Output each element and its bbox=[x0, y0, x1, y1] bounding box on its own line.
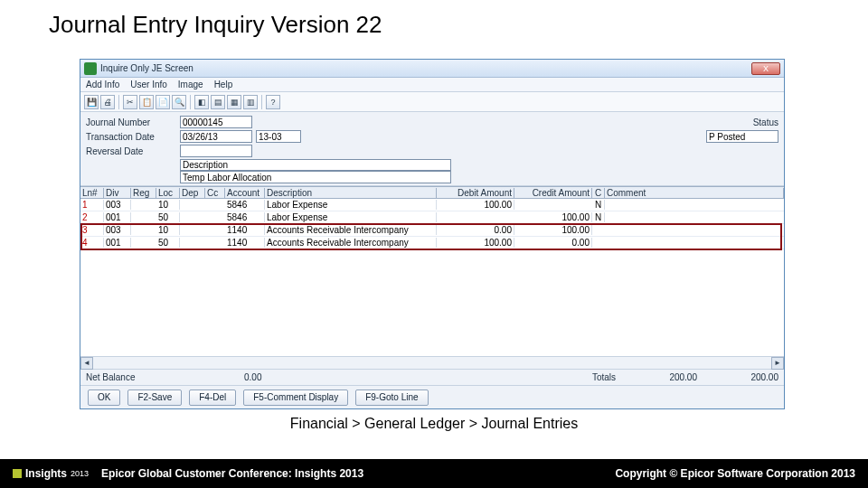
menu-help[interactable]: Help bbox=[214, 80, 233, 89]
slide-title: Journal Entry Inquiry Version 22 bbox=[0, 0, 868, 44]
status-field: P Posted bbox=[706, 130, 778, 143]
app-window: Inquire Only JE Screen X Add Info User I… bbox=[80, 59, 785, 409]
status-label: Status bbox=[753, 117, 778, 127]
save-icon[interactable]: 💾 bbox=[84, 95, 99, 109]
col-debit[interactable]: Debit Amount bbox=[437, 188, 514, 198]
app-icon bbox=[84, 62, 97, 75]
col-comment[interactable]: Comment bbox=[605, 188, 784, 198]
period-field[interactable]: 13-03 bbox=[256, 130, 301, 143]
f9-goto-button[interactable]: F9-Goto Line bbox=[355, 389, 428, 406]
col-lineno[interactable]: Ln# bbox=[80, 188, 104, 198]
col-loc[interactable]: Loc bbox=[156, 188, 180, 198]
menubar: Add Info User Info Image Help bbox=[80, 78, 784, 92]
col-dep[interactable]: Dep bbox=[180, 188, 205, 198]
ok-button[interactable]: OK bbox=[88, 389, 120, 406]
description-header: Description bbox=[180, 159, 451, 171]
totals-debit: 200.00 bbox=[616, 372, 697, 382]
totals-label: Totals bbox=[592, 372, 616, 382]
f2-save-button[interactable]: F2-Save bbox=[127, 389, 182, 406]
footer-copyright: Copyright © Epicor Software Corporation … bbox=[615, 467, 855, 480]
scroll-right-icon[interactable]: ► bbox=[771, 357, 784, 370]
cut-icon[interactable]: ✂ bbox=[123, 95, 137, 109]
description-field[interactable]: Temp Labor Allocation bbox=[180, 171, 451, 183]
transaction-date-label: Transaction Date bbox=[86, 132, 176, 142]
reversal-date-field[interactable] bbox=[180, 145, 252, 157]
net-balance-value: 0.00 bbox=[135, 372, 261, 382]
scroll-left-icon[interactable]: ◄ bbox=[80, 357, 93, 370]
f5-comment-button[interactable]: F5-Comment Display bbox=[243, 389, 348, 406]
col-credit[interactable]: Credit Amount bbox=[514, 188, 592, 198]
toolbar-sep bbox=[190, 95, 191, 109]
logo-icon bbox=[13, 469, 22, 478]
copy-icon[interactable]: 📋 bbox=[139, 95, 154, 109]
help-icon[interactable]: ? bbox=[266, 95, 280, 109]
insights-logo: Insights 2013 bbox=[13, 467, 89, 480]
col-c[interactable]: C bbox=[592, 188, 605, 198]
grid3-icon[interactable]: ▦ bbox=[227, 95, 241, 109]
journal-number-label: Journal Number bbox=[86, 117, 176, 127]
grid-header: Ln# Div Reg Loc Dep Cc Account Descripti… bbox=[80, 186, 784, 199]
toolbar: 💾 🖨 ✂ 📋 📄 🔍 ◧ ▤ ▦ ▥ ? bbox=[80, 92, 784, 112]
totals-bar: Net Balance 0.00 Totals 200.00 200.00 bbox=[80, 369, 784, 385]
journal-number-field[interactable]: 00000145 bbox=[180, 116, 252, 128]
slide-footer: Insights 2013 Epicor Global Customer Con… bbox=[0, 459, 868, 488]
menu-add-info[interactable]: Add Info bbox=[86, 80, 119, 89]
grid2-icon[interactable]: ▤ bbox=[211, 95, 225, 109]
f4-del-button[interactable]: F4-Del bbox=[189, 389, 236, 406]
close-button[interactable]: X bbox=[751, 62, 780, 75]
paste-icon[interactable]: 📄 bbox=[156, 95, 170, 109]
horizontal-scrollbar[interactable]: ◄ ► bbox=[80, 356, 784, 369]
grid-empty-area bbox=[80, 249, 784, 356]
find-icon[interactable]: 🔍 bbox=[172, 95, 186, 109]
button-row: OK F2-Save F4-Del F5-Comment Display F9-… bbox=[80, 385, 784, 408]
breadcrumb: Financial > General Ledger > Journal Ent… bbox=[0, 416, 868, 432]
titlebar: Inquire Only JE Screen X bbox=[80, 60, 784, 78]
logo-year: 2013 bbox=[71, 469, 89, 478]
footer-conference: Epicor Global Customer Conference: Insig… bbox=[101, 467, 363, 480]
toolbar-sep bbox=[261, 95, 262, 109]
grid: Ln# Div Reg Loc Dep Cc Account Descripti… bbox=[80, 186, 784, 369]
col-reg[interactable]: Reg bbox=[131, 188, 156, 198]
logo-text: Insights bbox=[25, 467, 67, 480]
print-icon[interactable]: 🖨 bbox=[100, 95, 115, 109]
menu-user-info[interactable]: User Info bbox=[130, 80, 167, 89]
col-cc[interactable]: Cc bbox=[205, 188, 225, 198]
grid1-icon[interactable]: ◧ bbox=[194, 95, 209, 109]
table-row[interactable]: 3 003 10 1140 Accounts Receivable Interc… bbox=[80, 224, 784, 237]
form-area: Journal Number 00000145 Status Transacti… bbox=[80, 112, 784, 186]
col-div[interactable]: Div bbox=[104, 188, 131, 198]
net-balance-label: Net Balance bbox=[86, 372, 135, 382]
totals-credit: 200.00 bbox=[697, 372, 778, 382]
col-description[interactable]: Description bbox=[265, 188, 437, 198]
grid4-icon[interactable]: ▥ bbox=[243, 95, 258, 109]
table-row[interactable]: 1 003 10 5846 Labor Expense 100.00 N bbox=[80, 199, 784, 211]
window-title: Inquire Only JE Screen bbox=[100, 63, 750, 73]
table-row[interactable]: 4 001 50 1140 Accounts Receivable Interc… bbox=[80, 237, 784, 249]
reversal-date-label: Reversal Date bbox=[86, 146, 176, 156]
table-row[interactable]: 2 001 50 5846 Labor Expense 100.00 N bbox=[80, 211, 784, 224]
menu-image[interactable]: Image bbox=[178, 80, 203, 89]
toolbar-sep bbox=[118, 95, 119, 109]
transaction-date-field[interactable]: 03/26/13 bbox=[180, 130, 252, 143]
col-account[interactable]: Account bbox=[225, 188, 265, 198]
